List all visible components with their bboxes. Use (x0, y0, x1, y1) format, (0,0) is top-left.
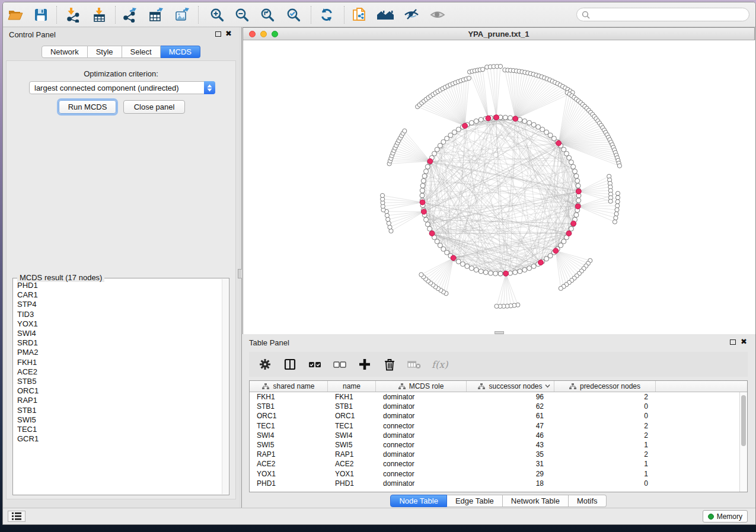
add-entry-button[interactable] (357, 357, 372, 372)
open-file-button[interactable] (5, 5, 25, 25)
network-node[interactable] (474, 268, 479, 273)
zoom-fit-button[interactable] (257, 5, 277, 25)
mcds-dominator-node[interactable] (556, 140, 562, 146)
show-graphics-details-button[interactable] (428, 5, 448, 25)
network-canvas[interactable] (243, 40, 754, 334)
mcds-dominator-node[interactable] (429, 231, 435, 236)
function-builder-button[interactable]: f(x) (432, 357, 448, 372)
network-node[interactable] (615, 200, 620, 204)
clear-selection-button[interactable] (332, 357, 347, 372)
import-table-button[interactable] (89, 5, 109, 25)
mcds-result-node[interactable]: SWI5 (14, 415, 222, 425)
network-node[interactable] (385, 213, 389, 217)
network-node[interactable] (574, 213, 579, 217)
tab-mcds[interactable]: MCDS (161, 46, 200, 58)
network-node[interactable] (435, 239, 439, 244)
table-scrollbar[interactable] (739, 392, 747, 492)
network-node[interactable] (489, 271, 493, 275)
network-node[interactable] (518, 117, 522, 122)
first-neighbors-button[interactable] (375, 5, 395, 25)
network-node[interactable] (420, 188, 425, 193)
network-node[interactable] (432, 151, 437, 156)
refresh-view-button[interactable] (317, 5, 337, 25)
column-header-predecessor-nodes[interactable]: predecessor nodes (554, 381, 656, 392)
tab-node-table[interactable]: Node Table (390, 495, 447, 507)
table-row[interactable]: ACE2ACE2connector311 (250, 459, 739, 469)
table-row[interactable]: STB1STB1dominator620 (250, 402, 739, 411)
network-node[interactable] (498, 271, 503, 276)
mcds-result-node[interactable]: TID3 (14, 310, 222, 319)
network-node[interactable] (615, 196, 620, 200)
network-node[interactable] (493, 271, 498, 276)
network-node[interactable] (569, 160, 573, 165)
zoom-in-button[interactable] (207, 5, 227, 25)
close-table-panel-icon[interactable]: ✖ (741, 338, 747, 346)
network-node[interactable] (503, 115, 508, 120)
network-node[interactable] (403, 129, 407, 133)
mcds-result-node[interactable]: CAR1 (14, 290, 222, 300)
delete-table-button[interactable] (407, 357, 422, 372)
show-columns-button[interactable] (282, 357, 297, 372)
tab-select[interactable]: Select (122, 46, 161, 58)
mcds-dominator-node[interactable] (575, 204, 580, 209)
network-node[interactable] (419, 273, 423, 277)
network-node[interactable] (513, 270, 518, 275)
network-node[interactable] (422, 174, 427, 178)
mcds-result-node[interactable]: PHD1 (14, 281, 222, 290)
mcds-dominator-node[interactable] (451, 255, 456, 261)
network-node[interactable] (380, 193, 384, 197)
mcds-result-node[interactable]: ORC1 (14, 386, 222, 396)
mcds-dominator-node[interactable] (566, 231, 572, 236)
network-node[interactable] (467, 76, 471, 80)
hide-graphics-details-button[interactable] (401, 5, 422, 25)
network-node[interactable] (421, 178, 426, 183)
network-node[interactable] (617, 164, 621, 168)
network-node[interactable] (386, 217, 390, 222)
network-node[interactable] (420, 193, 425, 198)
result-list-scrollbar[interactable] (222, 279, 228, 494)
network-node[interactable] (522, 119, 527, 124)
network-node[interactable] (571, 164, 576, 169)
export-network-button[interactable] (120, 5, 140, 25)
network-node[interactable] (469, 120, 474, 125)
tab-edge-table[interactable]: Edge Table (447, 495, 503, 507)
network-node[interactable] (465, 264, 470, 268)
table-row[interactable]: ORC1ORC1dominator610 (250, 411, 739, 421)
network-node[interactable] (527, 120, 532, 125)
mcds-dominator-node[interactable] (538, 260, 544, 265)
network-node[interactable] (456, 127, 461, 132)
import-network-button[interactable] (63, 5, 83, 25)
export-table-button[interactable] (146, 5, 166, 25)
memory-button[interactable]: Memory (703, 510, 748, 523)
clone-network-button[interactable] (349, 5, 369, 25)
mcds-dominator-node[interactable] (422, 209, 427, 214)
network-node[interactable] (527, 266, 532, 271)
mcds-dominator-node[interactable] (428, 159, 433, 164)
network-node[interactable] (495, 304, 499, 308)
network-node[interactable] (481, 68, 485, 72)
network-node[interactable] (559, 286, 563, 290)
float-panel-icon[interactable] (215, 31, 221, 37)
network-node[interactable] (531, 123, 536, 127)
network-node[interactable] (544, 257, 549, 261)
column-header-MCDS-role[interactable]: MCDS role (376, 381, 467, 392)
table-settings-button[interactable] (257, 357, 272, 372)
network-node[interactable] (452, 130, 457, 134)
mcds-result-node[interactable]: STB1 (14, 406, 222, 415)
mcds-dominator-node[interactable] (494, 115, 499, 120)
network-node[interactable] (420, 184, 425, 188)
network-node[interactable] (575, 178, 580, 183)
network-node[interactable] (479, 117, 483, 122)
network-node[interactable] (614, 211, 618, 216)
mcds-dominator-node[interactable] (513, 116, 518, 121)
table-row[interactable]: SWI5SWI5connector431 (250, 440, 739, 450)
mcds-dominator-node[interactable] (571, 221, 576, 226)
table-row[interactable]: YOX1YOX1connector291 (250, 469, 739, 479)
network-node[interactable] (479, 269, 483, 274)
network-node[interactable] (564, 151, 569, 156)
column-header-successor-nodes[interactable]: successor nodes (467, 381, 554, 392)
select-all-button[interactable] (307, 357, 322, 372)
table-row[interactable]: TEC1TEC1connector472 (250, 421, 739, 431)
network-node[interactable] (424, 169, 429, 174)
delete-entry-button[interactable] (382, 357, 397, 372)
